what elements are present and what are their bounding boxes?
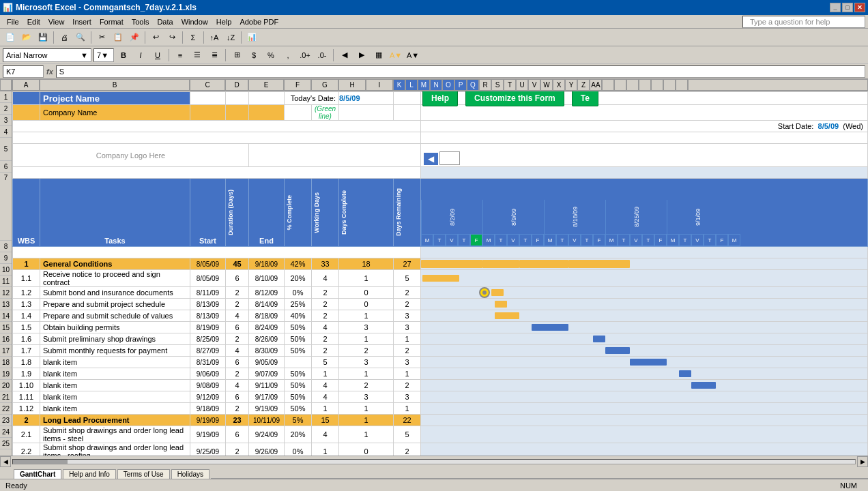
cell-A3[interactable] [13,121,421,132]
menu-adobe[interactable]: Adobe PDF [235,16,283,27]
cell-end-18[interactable]: 9/07/09 [249,368,285,380]
cell-start-18[interactable]: 9/06/09 [190,368,226,380]
cell-end-11[interactable]: 8/12/09 [249,287,285,299]
comma-button[interactable]: , [280,48,295,63]
col-hdr-G[interactable]: G [311,79,338,91]
col-hdr-select-all[interactable] [0,79,12,91]
cell-start-20[interactable]: 9/12/09 [190,391,226,403]
underline-button[interactable]: U [150,48,165,63]
cell-dur-16[interactable]: 4 [226,345,249,357]
cell-end-17[interactable]: 9/05/09 [249,357,285,368]
cell-wd-22[interactable]: 15 [312,415,339,426]
row-num-1[interactable]: 1 [0,91,12,103]
paste-button[interactable]: 📌 [127,30,142,45]
cell-dur-20[interactable]: 6 [226,391,249,403]
col-hdr-AE[interactable] [639,79,651,91]
cell-start-17[interactable]: 8/31/09 [190,357,226,368]
indent-dec-button[interactable]: ◀ [337,48,352,63]
cell-E2[interactable] [249,105,285,121]
col-hdr-Q[interactable]: Q [467,79,479,91]
cell-dur-15[interactable]: 2 [226,333,249,345]
cell-G2[interactable]: (Green line) [312,105,339,121]
row-num-3[interactable]: 3 [0,115,12,126]
cell-wbs-18[interactable]: 1.9 [13,368,40,380]
indent-inc-button[interactable]: ▶ [354,48,369,63]
cell-A1[interactable] [13,92,40,105]
cell-start-23[interactable]: 9/19/09 [190,426,226,443]
cell-F2[interactable] [285,105,312,121]
col-hdr-H[interactable]: H [338,79,366,91]
row-num-21[interactable]: 21 [0,391,12,403]
cell-dur-24[interactable]: 2 [226,443,249,456]
cell-task-18[interactable]: blank item [40,368,190,380]
row-num-23[interactable]: 23 [0,415,12,426]
cell-wd-17[interactable]: 5 [312,357,339,368]
cell-start-10[interactable]: 8/05/09 [190,270,226,287]
cell-dur-10[interactable]: 6 [226,270,249,287]
cell-dc-18[interactable]: 1 [339,368,394,380]
cell-start-24[interactable]: 9/25/09 [190,443,226,456]
cell-wd-9[interactable]: 33 [312,258,339,270]
cell-wbs-16[interactable]: 1.7 [13,345,40,357]
col-hdr-L[interactable]: L [405,79,418,91]
cell-wbs-10[interactable]: 1.1 [13,270,40,287]
cell-start-22[interactable]: 9/19/09 [190,415,226,426]
cell-dur-18[interactable]: 2 [226,368,249,380]
row-num-7[interactable]: 7 [0,173,12,241]
row-num-13[interactable]: 13 [0,299,12,310]
cell-dc-23[interactable]: 1 [339,426,394,443]
cell-dur-14[interactable]: 6 [226,322,249,333]
cell-E1[interactable] [249,92,285,105]
align-right-button[interactable]: ≣ [207,48,222,63]
cell-pct-11[interactable]: 0% [285,287,312,299]
col-hdr-V[interactable]: V [528,79,540,91]
tab-ganttchart[interactable]: GanttChart [14,469,61,479]
cell-dc-13[interactable]: 1 [339,310,394,322]
cell-dr-14[interactable]: 3 [394,322,421,333]
sort-asc-button[interactable]: ↑A [207,30,222,45]
undo-button[interactable]: ↩ [148,30,163,45]
minimize-button[interactable]: _ [830,3,841,12]
cell-wd-21[interactable]: 1 [312,403,339,415]
cell-dc-16[interactable]: 2 [339,345,394,357]
row-num-5[interactable]: 5 [0,138,12,161]
cell-end-12[interactable]: 8/14/09 [249,299,285,310]
cell-dur-23[interactable]: 6 [226,426,249,443]
cell-dc-14[interactable]: 3 [339,322,394,333]
cell-end-10[interactable]: 8/10/09 [249,270,285,287]
cell-task-21[interactable]: blank item [40,403,190,415]
cell-dur-22[interactable]: 23 [226,415,249,426]
col-hdr-D[interactable]: D [225,79,248,91]
preview-button[interactable]: 🔍 [73,30,88,45]
row-num-16[interactable]: 16 [0,333,12,345]
cell-dc-12[interactable]: 0 [339,299,394,310]
help-button[interactable]: Help [422,91,458,106]
cell-pct-9[interactable]: 42% [285,258,312,270]
sort-desc-button[interactable]: ↓Z [223,30,238,45]
scrollbar-right-btn[interactable]: ▶ [857,456,868,467]
cell-dr-9[interactable]: 27 [394,258,421,270]
cell-wbs-19[interactable]: 1.10 [13,380,40,391]
cell-start-13[interactable]: 8/13/09 [190,310,226,322]
cell-task-22[interactable]: Long Lead Procurement [40,415,190,426]
cell-wbs-12[interactable]: 1.3 [13,299,40,310]
cell-pct-23[interactable]: 20% [285,426,312,443]
cell-task-13[interactable]: Prepare and submit schedule of values [40,310,190,322]
cell-task-15[interactable]: Submit preliminary shop drawings [40,333,190,345]
cell-pct-18[interactable]: 50% [285,368,312,380]
cell-dc-24[interactable]: 0 [339,443,394,456]
tab-holidays[interactable]: Holidays [171,469,209,479]
col-hdr-C[interactable]: C [190,79,225,91]
cell-start-14[interactable]: 8/19/09 [190,322,226,333]
cell-wd-16[interactable]: 2 [312,345,339,357]
cell-wbs-13[interactable]: 1.4 [13,310,40,322]
cell-task-19[interactable]: blank item [40,380,190,391]
cell-wd-12[interactable]: 2 [312,299,339,310]
cell-pct-16[interactable]: 50% [285,345,312,357]
row-num-25[interactable]: 25 [0,438,12,449]
cell-dc-9[interactable]: 18 [339,258,394,270]
row-num-12[interactable]: 12 [0,287,12,299]
col-hdr-S[interactable]: S [491,79,504,91]
italic-button[interactable]: I [133,48,148,63]
col-hdr-AH[interactable] [676,79,688,91]
